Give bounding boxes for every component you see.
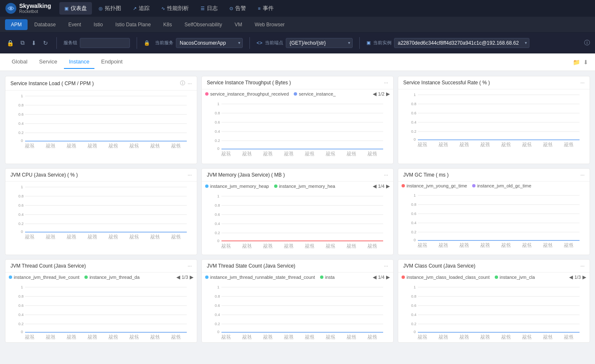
svg-text:06-10: 06-10: [130, 145, 139, 148]
tab-istio[interactable]: Istio: [88, 19, 109, 30]
legend-next-btn-5[interactable]: ▶: [582, 274, 586, 280]
svg-text:0.4: 0.4: [215, 222, 220, 226]
legend-prev-btn-3[interactable]: ◀: [176, 274, 180, 280]
legend-next-btn-2[interactable]: ▶: [386, 183, 390, 189]
chart-more-icon-6[interactable]: ···: [580, 172, 585, 178]
svg-text:06-10: 06-10: [522, 144, 531, 147]
chart-more-icon-3[interactable]: ···: [580, 80, 585, 86]
chart-more-icon-2[interactable]: ···: [384, 80, 388, 86]
tab-event[interactable]: Event: [62, 19, 87, 30]
nav-dashboard[interactable]: ▣ 仪表盘: [59, 2, 92, 15]
download-icon[interactable]: ⬇: [30, 38, 38, 48]
svg-text:1: 1: [217, 194, 219, 198]
chart-body-jvm-memory: 1 0.8 0.6 0.4 0.2 0 10:3206-10 10:3406-1…: [202, 191, 393, 251]
svg-text:06-10: 06-10: [130, 336, 139, 339]
svg-text:0.8: 0.8: [18, 294, 24, 298]
svg-text:06-10: 06-10: [326, 153, 335, 156]
svg-text:0: 0: [414, 137, 416, 142]
svg-text:06-10: 06-10: [67, 336, 76, 339]
legend-next-btn-3[interactable]: ▶: [190, 274, 193, 280]
svg-text:0.4: 0.4: [411, 221, 417, 225]
svg-text:06-10: 06-10: [171, 336, 181, 339]
logo-icon: [5, 3, 17, 14]
sub-tab-endpoint[interactable]: Endpoint: [96, 55, 127, 69]
svg-text:06-10: 06-10: [522, 245, 531, 248]
info-icon[interactable]: ⓘ: [584, 39, 590, 47]
chart-legend-class-count: instance_jvm_class_loaded_class_count in…: [398, 273, 590, 282]
svg-text:06-10: 06-10: [501, 245, 511, 248]
chart-actions-class-count: ···: [580, 263, 585, 269]
tab-database[interactable]: Database: [28, 19, 61, 30]
svg-text:0.6: 0.6: [411, 111, 417, 115]
legend-nav-memory: ◀ 1/4 ▶: [373, 183, 390, 189]
svg-text:0.2: 0.2: [215, 231, 220, 235]
svg-text:0.2: 0.2: [411, 322, 417, 326]
svg-text:0.6: 0.6: [18, 112, 24, 116]
tab-self-observability[interactable]: SelfObservability: [179, 19, 228, 30]
chart-row-2: JVM CPU (Java Service) ( % ) ··· 1 0.8 0…: [5, 168, 590, 255]
current-endpoint-select[interactable]: {GET}/echo/{str}: [286, 38, 353, 48]
nav-alert[interactable]: ⊙ 告警: [224, 2, 251, 15]
chart-more-icon-4[interactable]: ···: [188, 172, 192, 178]
sub-tab-global[interactable]: Global: [7, 55, 33, 69]
legend-prev-btn-5[interactable]: ◀: [569, 274, 573, 280]
tab-vm[interactable]: VM: [229, 19, 248, 30]
chart-header-throughput: Service Instance Throughput ( Bytes ) ··…: [202, 76, 393, 89]
svg-text:0.8: 0.8: [18, 103, 24, 107]
chart-jvm-gc-time: JVM GC Time ( ms ) ··· instance_jvm_youn…: [398, 168, 590, 255]
svg-text:06-10: 06-10: [46, 236, 55, 239]
legend-live: instance_jvm_thread_live_count: [9, 275, 79, 280]
nav-topology[interactable]: ◎ 拓扑图: [94, 2, 126, 15]
tab-k8s[interactable]: K8s: [158, 19, 178, 30]
svg-text:0.2: 0.2: [18, 222, 24, 226]
download-sub-icon[interactable]: ⬇: [583, 59, 588, 66]
svg-text:0: 0: [217, 147, 219, 151]
svg-text:06-10: 06-10: [543, 245, 552, 248]
legend-prev-btn-4[interactable]: ◀: [373, 274, 376, 280]
alert-icon: ⊙: [229, 6, 233, 11]
chart-actions-rate: ···: [580, 80, 585, 86]
svg-text:06-10: 06-10: [439, 336, 448, 339]
lock-icon[interactable]: 🔒: [5, 38, 15, 48]
nav-performance[interactable]: ∿ 性能剖析: [156, 2, 194, 15]
sub-tab-instance[interactable]: Instance: [64, 55, 94, 69]
folder-icon[interactable]: 📁: [573, 59, 580, 66]
sub-tab-service[interactable]: Service: [34, 55, 62, 69]
legend-prev-btn-2[interactable]: ◀: [373, 183, 376, 189]
chart-more-icon-5[interactable]: ···: [384, 172, 388, 178]
divider-1: [56, 37, 57, 49]
copy-icon[interactable]: ⧉: [19, 38, 26, 48]
svg-text:06-10: 06-10: [543, 336, 552, 339]
svg-text:1: 1: [21, 185, 23, 189]
svg-text:1: 1: [217, 285, 219, 289]
svg-text:0: 0: [21, 230, 23, 234]
chart-more-icon-7[interactable]: ···: [188, 263, 192, 269]
legend-next-btn[interactable]: ▶: [386, 91, 390, 97]
nav-event[interactable]: ≡ 事件: [253, 2, 278, 15]
svg-text:06-10: 06-10: [109, 236, 118, 239]
legend-dot-sent: [294, 92, 297, 96]
chart-more-icon[interactable]: ···: [188, 81, 192, 86]
chart-header-class-count: JVM Class Count (Java Service) ···: [398, 260, 590, 273]
current-instance-select[interactable]: a22870ded6c344cf8ff4d3270a941c1c@192.168…: [394, 38, 529, 48]
legend-next-btn-4[interactable]: ▶: [386, 274, 390, 280]
svg-text:0.8: 0.8: [411, 102, 417, 106]
tab-apm[interactable]: APM: [5, 19, 28, 30]
tab-web-browser[interactable]: Web Browser: [249, 19, 291, 30]
legend-prev-btn[interactable]: ◀: [373, 91, 376, 97]
refresh-icon[interactable]: ↻: [41, 38, 50, 48]
nav-log[interactable]: ☰ 日志: [196, 2, 223, 15]
svg-text:0: 0: [217, 330, 219, 334]
chart-more-icon-9[interactable]: ···: [580, 263, 585, 269]
logo-text: Skywalking Rocketbot: [19, 3, 51, 14]
tab-istio-data-plane[interactable]: Istio Data Plane: [109, 19, 157, 30]
current-service-select[interactable]: NacosConsumerApp: [176, 38, 243, 48]
service-group-input[interactable]: [80, 38, 130, 48]
chart-info-icon[interactable]: ⓘ: [180, 80, 185, 87]
chart-actions-load: ⓘ ···: [180, 80, 192, 87]
chart-svg-thread-count: 1 0.8 0.6 0.4 0.2 0 10:3206-10 10:3406-1…: [9, 285, 193, 339]
chart-actions-throughput: ···: [384, 80, 388, 86]
chart-more-icon-8[interactable]: ···: [384, 263, 388, 269]
chart-actions-jvm-gc: ···: [580, 172, 585, 178]
nav-trace[interactable]: ↗ 追踪: [128, 2, 155, 15]
